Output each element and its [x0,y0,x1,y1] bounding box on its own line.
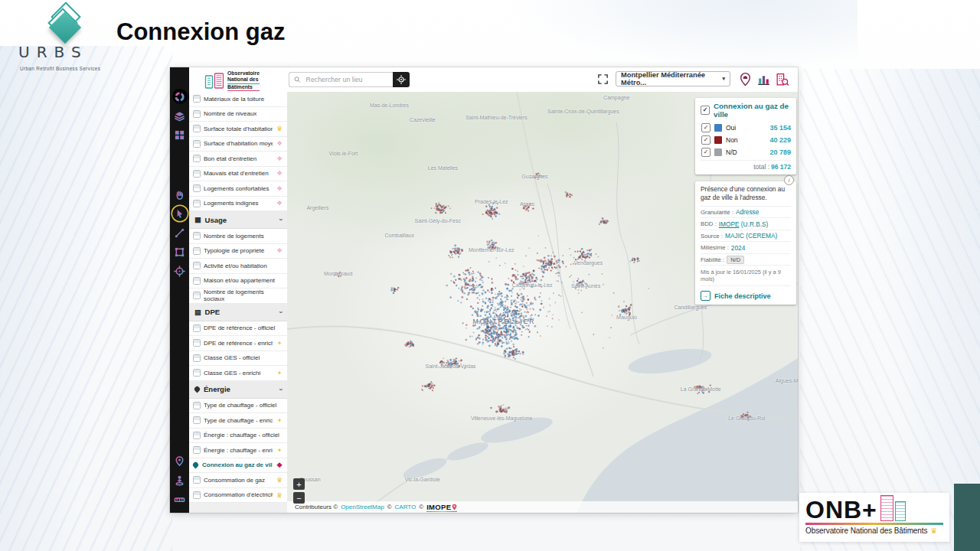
sidebar-item[interactable]: Mauvais état d'entretien❖ [189,167,287,182]
sidebar-item[interactable]: Nombre de niveaux [189,107,287,122]
sidebar-section-énergie[interactable]: Énergie› [189,381,287,399]
pointer-icon [174,208,185,220]
sidebar-item[interactable]: Énergie : chauffage - enrichi✦ [189,443,287,458]
measure-tool-button[interactable] [172,491,188,507]
sidebar-section-usage[interactable]: ▦Usage› [189,211,287,229]
map-place-label: Cazevieille [410,116,436,122]
location-pin-tool-button[interactable] [172,453,188,468]
sidebar-item[interactable]: Maison et/ou appartement [189,274,287,289]
building-search-button[interactable] [775,72,790,87]
sidebar-item[interactable]: Énergie : chauffage - officiel [189,429,287,444]
map-place-label: Combaillaux [384,233,414,238]
sidebar-item[interactable]: Type de chauffage - enrichi✦ [189,413,287,429]
sparkle-icon: ✦ [276,370,283,377]
onb-app-window: Observatoire National des Bâtiments [170,67,798,513]
map-attribution: Contributeurs ©OpenStreetMap©CARTO©IMOPE [287,501,798,513]
legend-row[interactable]: ✓N/D20 789 [701,146,791,158]
legend-checkbox[interactable]: ✓ [701,123,710,132]
donut-chart-icon [174,91,185,103]
sidebar-item-label: Logements confortables [204,185,273,192]
indicator-icon [193,200,201,207]
sidebar-item[interactable]: Surface totale d'habitation♛ [189,122,287,137]
sidebar-item[interactable]: Surface d'habitation moyenne❖ [189,137,287,152]
onb-buildings-icon [204,72,224,90]
slide: URBS Urban Retrofit Business Services Co… [0,0,980,551]
pointer-tool-button[interactable] [172,206,188,221]
onb-subtitle: Observatoire National des Bâtiments ♛ [805,527,943,535]
sparkle-icon: ✦ [276,447,283,454]
attribution-link-carto[interactable]: CARTO [395,504,416,510]
map-place-label: Vic-la-Gardiole [405,477,440,482]
polygon-select-tool-button[interactable] [172,244,188,259]
indicator-icon [193,277,201,285]
sidebar-item[interactable]: Nombre de logements [189,229,287,244]
sidebar-item[interactable]: Activité et/ou habitation [189,259,287,274]
indicator-icon [193,247,201,255]
sidebar-item[interactable]: Classe GES - enrichi✦ [189,366,287,381]
legend-master-checkbox[interactable]: ✓ [701,106,710,115]
map-place-label: Saint-Aunès [571,283,600,289]
chevron-down-icon: › [277,311,285,313]
search-input[interactable] [305,75,388,84]
legend-checkbox[interactable]: ✓ [701,135,710,145]
sidebar-item-label: Logements indignes [204,200,273,207]
indicator-icon [193,184,201,192]
donut-chart-tool-button[interactable] [172,89,188,104]
sidebar-item-label: Énergie : chauffage - officiel [204,432,283,439]
locate-button[interactable] [393,72,410,87]
detail-value[interactable]: IMOPE (U.R.B.S) [719,220,769,228]
map-place-label: Castelnau-le-Lez [512,282,553,287]
detail-value: 2024 [731,244,745,252]
attribution-link-openstreetmap[interactable]: OpenStreetMap [341,504,384,510]
grid-tool-button[interactable] [172,127,188,142]
imope-logo[interactable]: IMOPE [426,503,457,512]
map-place-label: La Grande-Motte [681,386,721,391]
sidebar-item[interactable]: DPE de référence - officiel [189,321,287,337]
sidebar-item[interactable]: Consommation de gaz♛ [189,473,287,488]
layers-tool-button[interactable] [172,108,188,123]
tool-rail-group-middle [172,187,188,279]
crosshair-tool-button[interactable] [172,263,188,279]
sidebar-item[interactable]: Type de chauffage - officiel [189,399,287,414]
sidebar-item-label: Classe GES - officiel [204,354,283,361]
zoom-in-button[interactable]: + [293,478,305,490]
sidebar-item[interactable]: Typologie de propriété❖ [189,244,287,259]
sidebar-item-label: Classe GES - enrichi [204,370,273,377]
detail-value: MAJIC (CEREMA) [725,232,777,240]
indicator-icon [193,110,201,118]
map-pin-home-icon [738,72,753,86]
zoom-out-button[interactable]: − [293,492,305,504]
legend-row[interactable]: ✓Non40 229 [701,134,791,146]
sidebar-item[interactable]: Bon état d'entretien❖ [189,152,287,167]
info-icon[interactable]: i [784,175,794,185]
indicator-icon [193,292,201,299]
legend-checkbox[interactable]: ✓ [701,148,710,157]
attribution-text: Contributeurs © [295,504,338,510]
sidebar-item[interactable]: Classe GES - officiel [189,351,287,367]
legend-row[interactable]: ✓Oui35 154 [701,122,791,134]
street-view-tool-button[interactable] [172,472,188,487]
crosshair-icon [174,266,185,277]
fullscreen-button[interactable] [597,73,609,86]
sidebar-item[interactable]: Consommation d'électricité♛ [189,488,287,504]
search-box[interactable] [289,72,393,87]
sidebar-item[interactable]: Nombre de logements sociaux [189,289,287,304]
draw-line-tool-button[interactable] [172,225,188,240]
sidebar-item-connexion-gaz[interactable]: Connexion au gaz de ville❖ [189,458,287,474]
territory-home-button[interactable] [738,72,753,87]
pink-icon: ❖ [276,155,283,162]
sidebar-item[interactable]: Logements confortables❖ [189,181,287,197]
statistics-button[interactable] [756,72,772,87]
sidebar-section-dpe[interactable]: ▤DPE› [189,304,287,321]
fiche-descriptive-link[interactable]: → Fiche descriptive [701,286,791,301]
gas-icon [192,461,200,469]
territory-selector[interactable]: Montpellier Méditerranée Métro... ▾ [616,71,730,86]
hand-tool-button[interactable] [172,187,188,202]
color-swatch [714,124,722,132]
sidebar-item[interactable]: Matériaux de la toiture [189,92,287,107]
grid-icon [174,129,185,141]
legend-card: ✓ Connexion au gaz de ville ✓Oui35 154✓N… [695,98,796,174]
page-title: Connexion gaz [116,18,285,46]
sidebar-item[interactable]: Logements indignes❖ [189,197,287,212]
sidebar-item[interactable]: DPE de référence - enrichi✦ [189,336,287,351]
